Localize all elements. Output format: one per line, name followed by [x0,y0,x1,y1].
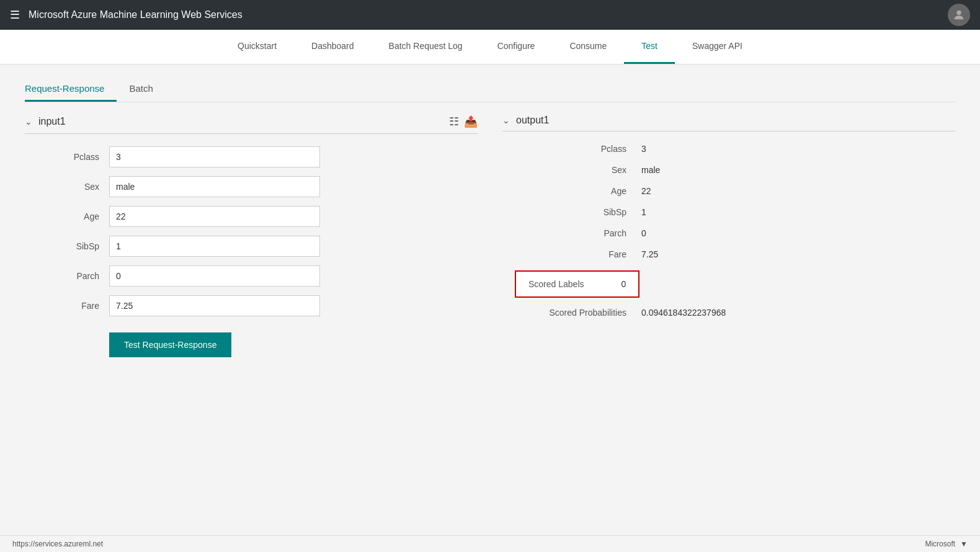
bottom-url: https://services.azureml.net [12,540,103,542]
main-nav: Quickstart Dashboard Batch Request Log C… [0,30,980,65]
output-value-age: 22 [641,186,651,196]
output-value-sex: male [641,165,660,175]
nav-quickstart[interactable]: Quickstart [220,30,294,64]
output-label-age: Age [527,186,626,196]
nav-dashboard[interactable]: Dashboard [294,30,372,64]
output-row-parch: Parch 0 [502,228,955,238]
output-value-scored-probabilities: 0.0946184322237968 [641,308,726,318]
output-section: ⌄ output1 Pclass 3 Sex male Age 22 SibSp… [502,115,955,357]
form-row-sibsp: SibSp [25,236,478,257]
label-age: Age [50,211,99,221]
output-row-age: Age 22 [502,186,955,196]
input-fare[interactable] [109,295,320,316]
sub-tabs: Request-Response Batch [25,77,955,102]
nav-swagger-api[interactable]: Swagger API [675,30,760,64]
label-sibsp: SibSp [50,241,99,251]
dropdown-arrow-icon[interactable]: ▼ [960,540,968,542]
bottom-bar: https://services.azureml.net Microsoft ▼ [0,535,980,542]
test-request-response-button[interactable]: Test Request-Response [109,332,231,357]
svg-point-0 [956,11,961,15]
nav-configure[interactable]: Configure [480,30,553,64]
output-value-scored-labels: 0 [621,279,626,289]
tab-batch[interactable]: Batch [129,77,165,102]
output-value-parch: 0 [641,228,646,238]
hamburger-icon[interactable]: ☰ [10,8,20,22]
output-value-sibsp: 1 [641,207,646,217]
input-sibsp[interactable] [109,236,320,257]
form-row-fare: Fare [25,295,478,316]
output-row-sibsp: SibSp 1 [502,207,955,217]
output-section-title: output1 [516,115,549,126]
output-label-sex: Sex [527,165,626,175]
output-section-header: ⌄ output1 [502,115,955,131]
form-row-pclass: Pclass [25,146,478,167]
nav-batch-request-log[interactable]: Batch Request Log [372,30,480,64]
avatar[interactable] [948,4,970,26]
label-fare: Fare [50,301,99,311]
output-value-fare: 7.25 [641,249,658,259]
input-section-header: ⌄ input1 ☷ 📤 [25,115,478,134]
topbar: ☰ Microsoft Azure Machine Learning Web S… [0,0,980,30]
form-row-age: Age [25,206,478,227]
input-section: ⌄ input1 ☷ 📤 Pclass Sex Age SibSp [25,115,478,357]
label-parch: Parch [50,271,99,281]
content-area: Request-Response Batch ⌄ input1 ☷ 📤 Pcla… [0,65,980,542]
bottom-right: Microsoft ▼ [925,540,968,542]
input-pclass[interactable] [109,146,320,167]
output-label-scored-labels: Scored Labels [528,279,584,289]
input-section-title: input1 [38,116,66,127]
label-pclass: Pclass [50,152,99,162]
bottom-brand: Microsoft [925,540,955,542]
output-row-sex: Sex male [502,165,955,175]
output-row-scored-labels: Scored Labels 0 [502,270,955,303]
output-chevron-down-icon[interactable]: ⌄ [502,115,510,125]
main-content: ⌄ input1 ☷ 📤 Pclass Sex Age SibSp [25,115,955,357]
input-parch[interactable] [109,265,320,287]
label-sex: Sex [50,182,99,192]
output-value-pclass: 3 [641,144,646,154]
output-label-scored-probabilities: Scored Probabilities [527,308,626,318]
form-row-sex: Sex [25,176,478,197]
input-sex[interactable] [109,176,320,197]
grid-icon[interactable]: ☷ [449,115,459,128]
output-label-fare: Fare [527,249,626,259]
nav-test[interactable]: Test [624,30,675,64]
upload-icon[interactable]: 📤 [464,115,478,128]
output-label-parch: Parch [527,228,626,238]
output-label-pclass: Pclass [527,144,626,154]
input-header-icons: ☷ 📤 [449,115,478,128]
output-row-fare: Fare 7.25 [502,249,955,259]
output-row-scored-probabilities: Scored Probabilities 0.0946184322237968 [502,308,955,318]
output-row-pclass: Pclass 3 [502,144,955,154]
chevron-down-icon[interactable]: ⌄ [25,117,32,127]
output-label-sibsp: SibSp [527,207,626,217]
app-title: Microsoft Azure Machine Learning Web Ser… [29,9,948,20]
input-age[interactable] [109,206,320,227]
scored-labels-highlight-box: Scored Labels 0 [515,270,639,298]
form-row-parch: Parch [25,265,478,287]
tab-request-response[interactable]: Request-Response [25,77,117,102]
nav-consume[interactable]: Consume [552,30,624,64]
